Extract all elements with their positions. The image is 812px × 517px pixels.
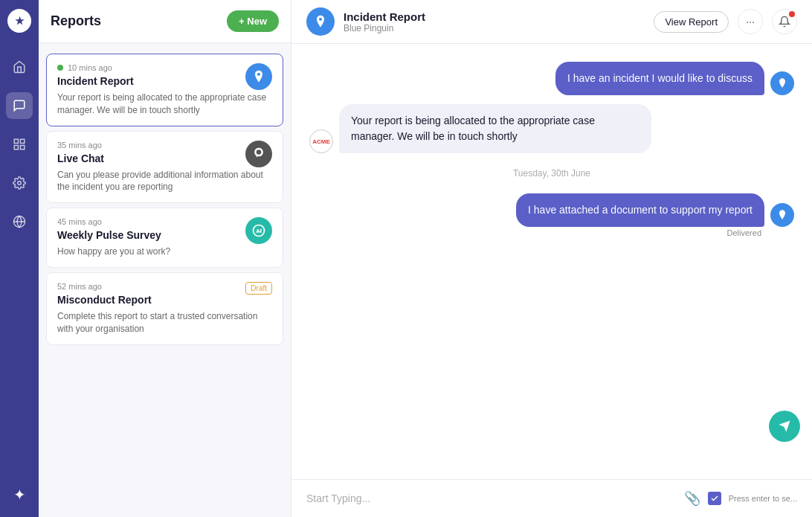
message-bubble-1: I have an incident I would like to discu… bbox=[555, 62, 764, 95]
chat-header-left: Incident Report Blue Pinguin bbox=[306, 7, 425, 36]
acme-logo: ACME bbox=[310, 130, 332, 152]
delivered-label: Delivered bbox=[727, 228, 794, 237]
report-item-left-4: 52 mins ago Misconduct Report bbox=[57, 282, 152, 310]
report-item-3[interactable]: 45 mins ago Weekly Pulse Survey How happ… bbox=[46, 208, 283, 268]
report-item-left-3: 45 mins ago Weekly Pulse Survey bbox=[57, 217, 161, 245]
report-meta: 10 mins ago bbox=[57, 63, 134, 72]
report-item-header-3: 45 mins ago Weekly Pulse Survey bbox=[57, 217, 272, 245]
chat-header: Incident Report Blue Pinguin View Report… bbox=[291, 0, 812, 44]
report-item-left-2: 35 mins ago Live Chat bbox=[57, 141, 104, 169]
svg-point-4 bbox=[18, 182, 22, 185]
logo-icon: ★ bbox=[15, 15, 25, 27]
date-divider: Tuesday, 30th June bbox=[309, 168, 794, 179]
notification-dot bbox=[789, 11, 795, 17]
sent-avatar-1 bbox=[770, 71, 794, 95]
report-name-2: Live Chat bbox=[57, 152, 104, 164]
checkbox[interactable] bbox=[708, 492, 721, 505]
report-avatar-3 bbox=[245, 217, 272, 244]
sidebar: ★ ✦ bbox=[0, 0, 39, 517]
report-item-4[interactable]: 52 mins ago Misconduct Report Draft Comp… bbox=[46, 272, 283, 345]
svg-marker-8 bbox=[779, 421, 790, 432]
report-item-left: 10 mins ago Incident Report bbox=[57, 63, 134, 91]
more-options-button[interactable]: ··· bbox=[738, 9, 763, 34]
message-2: ACME Your report is being allocated to t… bbox=[309, 104, 794, 153]
sidebar-item-home[interactable] bbox=[6, 54, 33, 80]
attach-icon[interactable]: 📎 bbox=[684, 490, 700, 507]
report-meta-3: 45 mins ago bbox=[57, 217, 161, 226]
reports-header: Reports + New bbox=[39, 0, 291, 43]
report-time: 10 mins ago bbox=[68, 63, 112, 72]
chat-header-right: View Report ··· bbox=[654, 9, 797, 34]
report-avatar-1 bbox=[245, 63, 272, 90]
report-item-header: 10 mins ago Incident Report bbox=[57, 63, 272, 91]
svg-rect-1 bbox=[21, 139, 25, 143]
new-report-button[interactable]: + New bbox=[227, 10, 279, 32]
report-name-3: Weekly Pulse Survey bbox=[57, 229, 161, 241]
svg-rect-0 bbox=[14, 139, 18, 143]
chat-subtitle: Blue Pinguin bbox=[344, 23, 425, 33]
notifications-button[interactable] bbox=[772, 9, 797, 34]
svg-rect-2 bbox=[21, 146, 25, 150]
press-enter-text: Press enter to se... bbox=[729, 494, 797, 503]
report-desc-3: How happy are you at work? bbox=[57, 245, 272, 258]
sidebar-item-messages[interactable] bbox=[6, 92, 33, 119]
send-button[interactable] bbox=[769, 411, 800, 442]
chat-header-info: Incident Report Blue Pinguin bbox=[344, 10, 425, 33]
chat-title: Incident Report bbox=[344, 10, 425, 23]
report-desc-4: Complete this report to start a trusted … bbox=[57, 310, 272, 335]
chat-input[interactable] bbox=[306, 492, 675, 504]
sidebar-nav bbox=[6, 54, 33, 235]
view-report-button[interactable]: View Report bbox=[654, 11, 729, 33]
report-time-2: 35 mins ago bbox=[57, 141, 102, 150]
report-item-header-2: 35 mins ago Live Chat bbox=[57, 141, 272, 169]
message-4: I have attached a document to support my… bbox=[516, 193, 794, 227]
sidebar-item-settings[interactable] bbox=[6, 170, 33, 196]
sidebar-item-dashboard[interactable] bbox=[6, 131, 33, 158]
chat-input-area: 📎 Press enter to se... bbox=[291, 479, 812, 517]
message-4-container: I have attached a document to support my… bbox=[309, 193, 794, 237]
reports-panel: Reports + New 10 mins ago Incident Repor… bbox=[39, 0, 291, 517]
chat-header-avatar bbox=[306, 7, 335, 36]
report-item-header-4: 52 mins ago Misconduct Report Draft bbox=[57, 282, 272, 310]
report-time-4: 52 mins ago bbox=[57, 282, 102, 291]
report-meta-2: 35 mins ago bbox=[57, 141, 104, 150]
reports-list: 10 mins ago Incident Report Your report … bbox=[39, 43, 291, 517]
report-desc-2: Can you please provide additional inform… bbox=[57, 169, 272, 194]
logo[interactable]: ★ bbox=[7, 9, 31, 33]
message-bubble-4: I have attached a document to support my… bbox=[516, 193, 764, 227]
sidebar-bottom: ✦ bbox=[6, 481, 33, 508]
message-1: I have an incident I would like to discu… bbox=[309, 62, 794, 95]
report-meta-4: 52 mins ago bbox=[57, 282, 152, 291]
sidebar-item-star[interactable]: ✦ bbox=[6, 481, 33, 508]
svg-rect-3 bbox=[14, 146, 18, 150]
report-time-3: 45 mins ago bbox=[57, 217, 102, 226]
report-item-1[interactable]: 10 mins ago Incident Report Your report … bbox=[46, 54, 283, 126]
report-desc-1: Your report is being allocated to the ap… bbox=[57, 91, 272, 117]
received-avatar-2: ACME bbox=[309, 129, 333, 153]
message-bubble-2: Your report is being allocated to the ap… bbox=[339, 104, 651, 153]
report-avatar-2 bbox=[245, 141, 272, 167]
sidebar-item-globe[interactable] bbox=[6, 208, 33, 235]
chat-messages: I have an incident I would like to discu… bbox=[291, 44, 812, 479]
report-name-4: Misconduct Report bbox=[57, 294, 152, 306]
chat-panel: Incident Report Blue Pinguin View Report… bbox=[291, 0, 812, 517]
online-indicator bbox=[57, 65, 63, 71]
draft-badge: Draft bbox=[245, 282, 272, 295]
more-icon: ··· bbox=[746, 16, 755, 28]
sent-avatar-4 bbox=[770, 203, 794, 227]
input-actions: 📎 Press enter to se... bbox=[684, 490, 797, 507]
reports-title: Reports bbox=[51, 13, 101, 29]
report-item-2[interactable]: 35 mins ago Live Chat Can you please pro… bbox=[46, 131, 283, 204]
report-name: Incident Report bbox=[57, 75, 134, 87]
